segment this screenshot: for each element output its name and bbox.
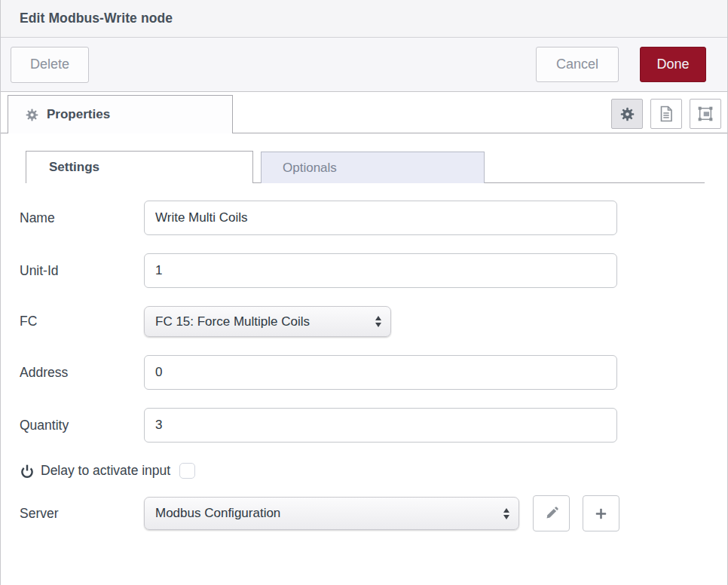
power-icon — [20, 464, 35, 479]
select-arrows-icon — [503, 508, 509, 519]
name-label: Name — [20, 210, 144, 226]
unit-id-row: Unit-Id — [20, 253, 703, 288]
address-input[interactable] — [144, 355, 617, 390]
delete-button[interactable]: Delete — [11, 47, 89, 83]
tray-toolbar: Delete Cancel Done — [1, 38, 727, 92]
subtabs: Settings Optionals — [26, 151, 705, 183]
server-select[interactable]: Modbus Configuration — [144, 497, 519, 530]
description-pane-button[interactable] — [650, 99, 682, 129]
unit-id-input[interactable] — [144, 253, 617, 288]
tray-title: Edit Modbus-Write node — [20, 11, 173, 26]
quantity-label: Quantity — [20, 418, 144, 433]
cancel-button[interactable]: Cancel — [536, 47, 619, 82]
settings-form: Name Unit-Id FC FC 15: Force Multiple Co… — [20, 183, 703, 531]
edit-node-tray: Edit Modbus-Write node Delete Cancel Don… — [0, 0, 728, 585]
server-row: Server Modbus Configuration — [20, 495, 703, 531]
tray-header: Edit Modbus-Write node — [1, 0, 727, 38]
server-select-value: Modbus Configuration — [155, 506, 496, 521]
delay-label: Delay to activate input — [41, 463, 170, 479]
node-properties-content: Settings Optionals Name Unit-Id FC FC 15… — [1, 133, 727, 531]
fc-select[interactable]: FC 15: Force Multiple Coils — [144, 306, 391, 337]
address-row: Address — [20, 355, 703, 390]
document-icon — [659, 106, 674, 122]
pencil-icon — [545, 507, 558, 520]
appearance-pane-button[interactable] — [690, 99, 721, 129]
properties-tab-row: Properties — [1, 92, 727, 133]
appearance-icon — [697, 106, 714, 122]
fc-row: FC FC 15: Force Multiple Coils — [20, 306, 703, 337]
plus-icon — [594, 507, 608, 521]
delay-checkbox[interactable] — [179, 463, 195, 479]
server-label: Server — [20, 506, 144, 522]
name-row: Name — [20, 201, 703, 235]
delay-row: Delay to activate input — [20, 463, 703, 479]
edit-pencil-button[interactable] — [533, 495, 570, 531]
gear-icon — [619, 106, 635, 122]
tab-optionals[interactable]: Optionals — [261, 152, 485, 183]
quantity-input[interactable] — [144, 408, 617, 443]
tab-properties[interactable]: Properties — [8, 95, 233, 133]
address-label: Address — [20, 365, 144, 381]
tab-settings[interactable]: Settings — [26, 151, 253, 183]
add-button[interactable] — [583, 495, 619, 531]
done-button[interactable]: Done — [640, 47, 706, 82]
quantity-row: Quantity — [20, 408, 703, 443]
properties-pane-button[interactable] — [611, 99, 643, 129]
editor-toolbar — [611, 99, 721, 129]
select-arrows-icon — [375, 316, 381, 327]
gear-icon — [25, 108, 39, 122]
tab-properties-label: Properties — [47, 107, 110, 122]
fc-label: FC — [20, 314, 144, 329]
fc-select-value: FC 15: Force Multiple Coils — [155, 314, 368, 329]
unit-id-label: Unit-Id — [20, 263, 144, 279]
name-input[interactable] — [144, 201, 617, 235]
